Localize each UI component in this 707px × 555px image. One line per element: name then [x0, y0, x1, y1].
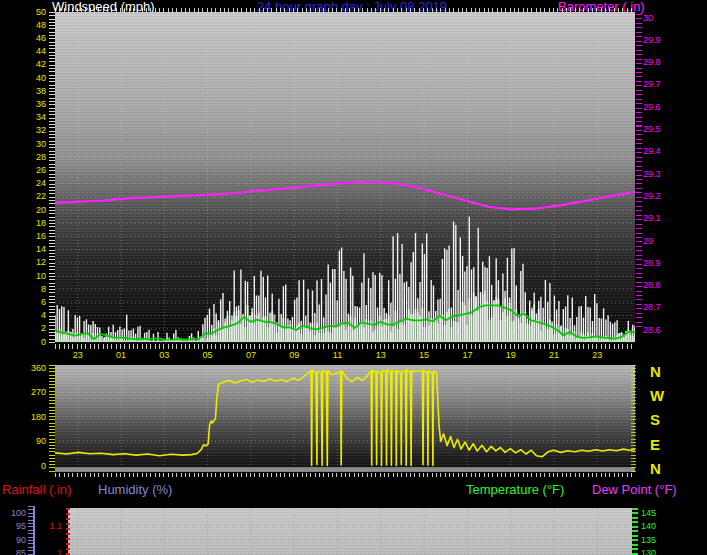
- tick-label: 135: [641, 536, 656, 545]
- right-axis-ticks: [636, 14, 642, 330]
- tick-label: 4: [24, 311, 46, 320]
- rainfall-axis-ticks: [66, 508, 70, 555]
- tick-label: 95: [4, 522, 26, 531]
- tick-label: 29.5: [643, 125, 661, 134]
- tick-label: 180: [26, 413, 46, 422]
- tick-label: 12: [24, 258, 46, 267]
- tick-label: 28.7: [643, 303, 661, 312]
- hour-label: 05: [203, 350, 213, 360]
- tick-label: 20: [24, 206, 46, 215]
- tick-label: 10: [24, 272, 46, 281]
- compass-letter: N: [650, 364, 661, 379]
- tick-label: 1.1: [40, 522, 62, 531]
- hour-label: 01: [116, 350, 126, 360]
- rainfall-axis-title: Rainfall (.in): [2, 483, 71, 497]
- tick-label: 44: [24, 47, 46, 56]
- tick-label: 2: [24, 324, 46, 333]
- tick-label: 130: [641, 549, 656, 555]
- tick-label: 140: [641, 522, 656, 531]
- tick-label: 28.8: [643, 281, 661, 290]
- tick-label: 18: [24, 219, 46, 228]
- weather-graph-page: Windspeed (mph) 24 hour graph day : July…: [0, 0, 707, 555]
- tick-label: 46: [24, 34, 46, 43]
- humidity-axis-line: [33, 506, 35, 555]
- tick-label: 29.3: [643, 170, 661, 179]
- tick-label: 50: [24, 8, 46, 17]
- wind-direction-chart: [55, 365, 635, 472]
- tick-label: 85: [4, 549, 26, 555]
- humidity-axis-title: Humidity (%): [98, 483, 172, 497]
- dewpoint-axis-title: Dew Point (°F): [592, 483, 677, 497]
- tick-label: 28: [24, 153, 46, 162]
- tick-label: 29.6: [643, 103, 661, 112]
- hour-label: 09: [289, 350, 299, 360]
- humidity-temp-chart: [68, 508, 632, 555]
- tick-label: 24: [24, 179, 46, 188]
- tick-label: 30: [643, 14, 653, 23]
- tick-label: 6: [24, 298, 46, 307]
- tick-label: 1: [40, 549, 62, 555]
- hour-label: 23: [73, 350, 83, 360]
- hour-label: 19: [506, 350, 516, 360]
- tick-label: 40: [24, 74, 46, 83]
- tick-label: 360: [26, 364, 46, 373]
- tick-label: 48: [24, 21, 46, 30]
- tick-label: 29: [643, 237, 653, 246]
- hour-label: 11: [333, 350, 342, 360]
- tick-label: 30: [24, 140, 46, 149]
- hour-label: 21: [549, 350, 559, 360]
- tick-label: 22: [24, 192, 46, 201]
- tick-label: 29.9: [643, 36, 661, 45]
- hour-label: 13: [376, 350, 386, 360]
- tick-label: 90: [4, 536, 26, 545]
- temperature-axis-title: Temperature (°F): [466, 483, 564, 497]
- tick-label: 8: [24, 285, 46, 294]
- direction-bottom-ticks: [55, 473, 635, 477]
- compass-letter: N: [650, 461, 661, 476]
- humidity-axis-ticks: [28, 506, 33, 555]
- tick-label: 34: [24, 113, 46, 122]
- compass-letter: W: [650, 388, 664, 403]
- tick-label: 26: [24, 166, 46, 175]
- hour-label: 23: [592, 350, 602, 360]
- tick-label: 38: [24, 87, 46, 96]
- tick-label: 29.1: [643, 214, 661, 223]
- compass-letter: E: [650, 437, 660, 452]
- tick-label: 28.9: [643, 259, 661, 268]
- hour-label: 03: [159, 350, 169, 360]
- hour-label: 15: [419, 350, 429, 360]
- tick-label: 29.4: [643, 147, 661, 156]
- temperature-axis-ticks: [632, 508, 638, 555]
- tick-label: 36: [24, 100, 46, 109]
- compass-letter: S: [650, 412, 660, 427]
- top-axis-ticks: [55, 8, 635, 12]
- tick-label: 270: [26, 388, 46, 397]
- tick-label: 42: [24, 60, 46, 69]
- bottom-axis-ticks: [55, 344, 635, 349]
- tick-label: 90: [26, 437, 46, 446]
- tick-label: 100: [4, 509, 26, 518]
- hour-label: 17: [462, 350, 472, 360]
- tick-label: 29.7: [643, 80, 661, 89]
- hour-label: 07: [246, 350, 256, 360]
- tick-label: 16: [24, 232, 46, 241]
- tick-label: 32: [24, 126, 46, 135]
- direction-axis-ticks: [49, 365, 55, 472]
- tick-label: 28.6: [643, 326, 661, 335]
- tick-label: 0: [24, 338, 46, 347]
- tick-label: 29.2: [643, 192, 661, 201]
- windspeed-barometer-chart: [55, 12, 635, 343]
- tick-label: 14: [24, 245, 46, 254]
- tick-label: 0: [26, 462, 46, 471]
- left-axis-ticks: [49, 12, 55, 343]
- tick-label: 145: [641, 509, 656, 518]
- tick-label: 29.8: [643, 58, 661, 67]
- direction-right-ticks: [631, 365, 636, 472]
